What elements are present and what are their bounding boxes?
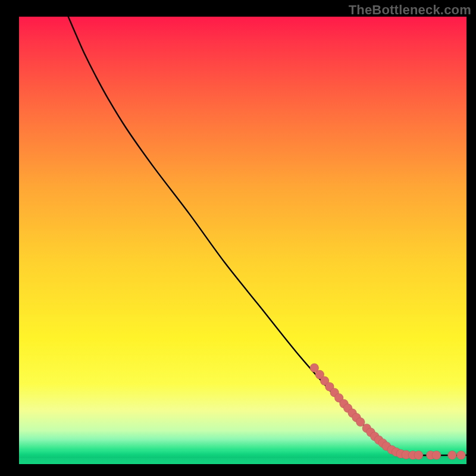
data-dot: [414, 451, 423, 460]
data-dot: [447, 451, 456, 460]
data-dots-group: [310, 364, 466, 460]
data-dot: [457, 451, 466, 460]
chart-svg: [19, 17, 466, 464]
bottleneck-curve: [68, 17, 466, 455]
chart-stage: TheBottleneck.com: [0, 0, 476, 476]
data-dot: [432, 451, 441, 460]
watermark-text: TheBottleneck.com: [349, 2, 471, 18]
plot-area: [19, 17, 466, 464]
